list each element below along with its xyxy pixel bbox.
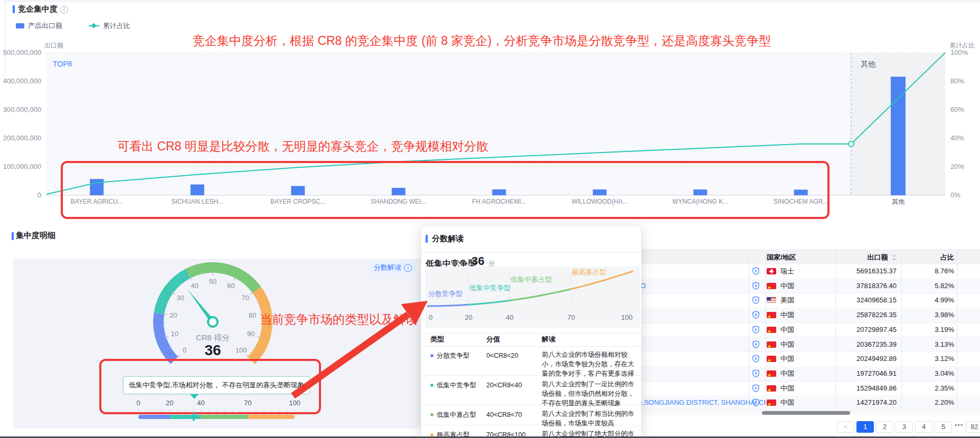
export-value-cell: 32409658.15 (856, 293, 897, 308)
export-value-cell: 14271974.20 (856, 395, 897, 410)
info-icon (404, 264, 412, 272)
country-cell: 中国 (767, 351, 794, 366)
annotation-arrow-icon (285, 293, 438, 404)
export-value-cell: 20367235.39 (856, 337, 897, 352)
share-value-cell: 3.98% (935, 308, 954, 322)
svg-text:100,000,000: 100,000,000 (3, 163, 41, 170)
linear-gauge-tick-label: 20 (166, 399, 173, 407)
section1-title: 竞企集中度 (18, 4, 68, 14)
svg-text:TOP8: TOP8 (53, 60, 72, 68)
legend-item-line[interactable]: 累计占比 (89, 22, 130, 30)
svg-text:80: 80 (249, 311, 256, 319)
svg-text:40: 40 (191, 282, 198, 290)
top-strip (0, 0, 980, 2)
popup-table-row: 低集中寡占型40<CR8<70前八大企业控制了相当比例的市场份额，市场集中度较高 (421, 405, 642, 425)
flag-icon (767, 341, 776, 348)
section-accent-bar (12, 232, 14, 240)
linear-gauge-ticks (138, 410, 295, 413)
shield-icon[interactable] (752, 395, 759, 410)
popup-col-range: 分值 (486, 333, 500, 346)
col-header-country[interactable]: 国家/地区 (767, 250, 796, 264)
col-header-share[interactable]: 占比 (940, 250, 954, 264)
popup-title: 分数解读 (432, 234, 464, 244)
shield-icon[interactable] (752, 264, 759, 279)
country-cell: 中国 (767, 381, 794, 396)
page-button-3[interactable]: 3 (896, 421, 913, 433)
score-explain-button[interactable]: 分数解读 (370, 262, 416, 273)
svg-text:70: 70 (567, 313, 574, 321)
shield-icon[interactable] (752, 351, 759, 366)
popup-row-desc: 前八大企业控制了一定比例的市场份额，但市场仍然相对分散，不存在明显的寡头垄断现象 (542, 379, 634, 408)
flag-icon (767, 312, 776, 318)
shield-icon[interactable] (752, 322, 759, 337)
svg-text:70: 70 (241, 294, 249, 302)
svg-text:80%: 80% (950, 77, 964, 85)
share-value-cell: 3.04% (935, 366, 954, 381)
prev-page-button[interactable]: < (837, 421, 854, 433)
popup-row-desc: 前八大企业的市场份额相对较小，市场竞争较为分散，存在大量的竞争对手，客户有更多选… (542, 350, 634, 378)
country-cell: 中国 (767, 366, 794, 381)
svg-text:200,000,000: 200,000,000 (3, 134, 41, 142)
shield-icon[interactable] (752, 381, 759, 396)
svg-text:0: 0 (37, 191, 41, 199)
country-cell: 瑞士 (767, 264, 794, 279)
share-value-cell: 8.76% (935, 264, 954, 279)
bar-swatch-icon (16, 23, 24, 28)
linear-gauge-tick-label: 70 (244, 399, 251, 407)
shield-icon[interactable] (752, 366, 759, 381)
svg-text:60: 60 (227, 282, 234, 290)
legend-bar-label: 产品出口额 (28, 22, 62, 30)
column-divider (957, 250, 957, 410)
col-header-export[interactable]: 出口额 (867, 250, 897, 264)
svg-text:20: 20 (169, 311, 177, 319)
page-button-5[interactable]: 5 (935, 421, 952, 433)
export-value-cell: 15294849.86 (856, 381, 897, 396)
line-diamond-icon (89, 25, 99, 26)
score-curve-chart: 分散竞争型低集中竞争型低集中寡占型极高寡占型0204070100 (425, 266, 640, 329)
popup-row-range: 40<CR8<70 (486, 410, 522, 420)
popup-table-row: 低集中竞争型20<CR8<40前八大企业控制了一定比例的市场份额，但市场仍然相对… (421, 375, 642, 405)
popup-row-range: 0<CR8<20 (486, 351, 518, 360)
flag-icon (767, 356, 776, 362)
linear-gauge-tick-label: 0 (136, 399, 140, 407)
svg-text:其他: 其他 (892, 198, 905, 205)
page-button-2[interactable]: 2 (876, 421, 893, 433)
svg-text:低集中竞争型: 低集中竞争型 (469, 284, 511, 292)
country-cell: 中国 (767, 337, 794, 352)
popup-table-row: 分散竞争型0<CR8<20前八大企业的市场份额相对较小，市场竞争较为分散，存在大… (421, 346, 642, 376)
sort-icon[interactable] (892, 254, 897, 261)
shield-icon[interactable] (752, 293, 759, 308)
share-value-cell: 2.35% (935, 381, 954, 396)
page-ellipsis[interactable]: ••• (954, 421, 964, 432)
section2-title: 集中度明细 (16, 231, 55, 241)
flag-icon (767, 399, 776, 406)
section1-title-text: 竞企集中度 (18, 4, 58, 13)
linear-gauge-segment (201, 415, 248, 419)
svg-text:30: 30 (176, 294, 184, 302)
shield-icon[interactable] (752, 279, 759, 293)
page-button-4[interactable]: 4 (915, 421, 932, 433)
share-value-cell: 4.99% (935, 293, 954, 308)
page-button-1[interactable]: 1 (856, 421, 874, 433)
linear-gauge[interactable] (138, 415, 295, 419)
country-cell: 中国 (767, 308, 794, 322)
share-value-cell: 3.13% (935, 337, 954, 352)
flag-icon (767, 283, 776, 289)
horizontal-scrollbar-thumb[interactable] (762, 411, 850, 415)
svg-text:极高寡占型: 极高寡占型 (572, 268, 606, 276)
legend-item-bar[interactable]: 产品出口额 (16, 22, 62, 30)
svg-text:100: 100 (621, 313, 633, 321)
section-accent-bar (13, 5, 15, 13)
type-dot-icon (430, 413, 434, 416)
share-value-cell: 2.20% (935, 395, 954, 410)
info-icon[interactable] (60, 6, 68, 14)
linear-gauge-marker[interactable] (193, 413, 195, 421)
page-button-82[interactable]: 82 (966, 421, 980, 433)
legend-line-label: 累计占比 (103, 22, 130, 30)
export-value-cell: 20249492.89 (856, 351, 897, 366)
shield-icon[interactable] (752, 337, 759, 352)
shield-icon[interactable] (752, 308, 759, 322)
share-value-cell: 3.19% (935, 322, 954, 337)
pagination: <12345•••82> (837, 421, 980, 433)
popup-col-desc: 解读 (542, 333, 555, 346)
